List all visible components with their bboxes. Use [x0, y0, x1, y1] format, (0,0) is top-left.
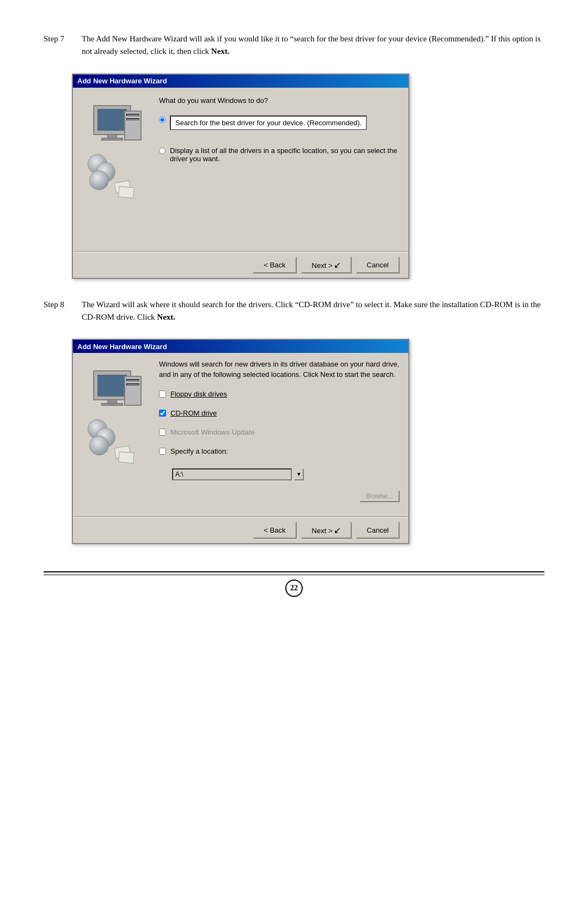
- step8-checkbox3-label: Microsoft Windows Update: [170, 428, 255, 436]
- step7-cancel-button[interactable]: Cancel: [356, 257, 400, 273]
- step7-bold: Next.: [211, 47, 230, 56]
- cd-slot: [126, 118, 139, 120]
- step8-cancel-button[interactable]: Cancel: [356, 522, 400, 539]
- computer-illustration-2: [85, 365, 145, 474]
- step7-dialog-image: [79, 94, 150, 245]
- step7-dialog: Add New Hardware Wizard: [72, 74, 409, 279]
- step7-radio1[interactable]: Search for the best driver for your devi…: [159, 115, 400, 130]
- step7-dialog-content: What do you want Windows to do? Search f…: [73, 88, 408, 251]
- monitor-screen: [97, 109, 127, 131]
- step8-bold: Next.: [157, 313, 175, 321]
- step8-back-button[interactable]: < Back: [253, 522, 296, 539]
- step8-search-desc: Windows will search for new drivers in i…: [159, 359, 400, 380]
- location-text-field[interactable]: [172, 468, 292, 480]
- step8-dialog-right: Windows will search for new drivers in i…: [150, 359, 400, 510]
- paper2: [118, 186, 134, 198]
- step8-checkbox2[interactable]: CD-ROM drive: [159, 409, 400, 417]
- step7-block: Step 7 The Add New Hardware Wizard will …: [44, 33, 544, 279]
- step7-next-label: Next >: [312, 261, 333, 270]
- cd-slot-2: [126, 383, 139, 386]
- step8-dialog: Add New Hardware Wizard: [72, 339, 409, 544]
- tower-2: [124, 376, 142, 406]
- step7-radio2-input[interactable]: [159, 148, 166, 154]
- browse-row: Browse...: [159, 490, 400, 502]
- step7-back-button[interactable]: < Back: [253, 257, 296, 273]
- step7-text: Step 7 The Add New Hardware Wizard will …: [44, 33, 544, 58]
- computer-illustration: [85, 100, 145, 209]
- step7-question: What do you want Windows to do?: [159, 96, 400, 105]
- step7-radio1-input[interactable]: [159, 117, 166, 123]
- step8-next-label: Next >: [312, 527, 333, 535]
- step7-radio2-label: Display a list of all the drivers in a s…: [170, 147, 400, 163]
- disc3: [89, 170, 109, 190]
- disc3-2: [89, 436, 109, 455]
- step8-dialog-image: [79, 359, 150, 510]
- browse-button[interactable]: Browse...: [359, 490, 400, 502]
- page-number: 22: [290, 584, 298, 593]
- step8-checkbox1-input[interactable]: [159, 391, 166, 398]
- step8-dialog-titlebar: Add New Hardware Wizard: [73, 340, 408, 353]
- step8-label: Step 8: [44, 298, 72, 324]
- step8-next-button[interactable]: Next >↙: [301, 522, 352, 539]
- step8-text: Step 8 The Wizard will ask where it shou…: [44, 298, 544, 324]
- step8-checkbox3-input[interactable]: [159, 429, 166, 436]
- step7-dialog-titlebar: Add New Hardware Wizard: [73, 75, 408, 88]
- page-number-badge: 22: [285, 579, 303, 597]
- cursor-icon: ↙: [334, 260, 341, 270]
- step7-buttons: < Back Next >↙ Cancel: [73, 252, 408, 278]
- cursor-icon-2: ↙: [334, 525, 341, 535]
- paper2-2: [118, 452, 134, 463]
- footer-rule2: [44, 575, 544, 575]
- discs-area: [85, 154, 139, 198]
- step8-checkbox4-label: Specify a location:: [170, 447, 228, 455]
- step8-buttons: < Back Next >↙ Cancel: [73, 517, 408, 543]
- discs-area-2: [85, 419, 139, 463]
- step8-description: The Wizard will ask where it should sear…: [82, 300, 541, 321]
- footer-rule1: [44, 571, 544, 572]
- step8-dialog-title: Add New Hardware Wizard: [77, 343, 167, 351]
- step7-label: Step 7: [44, 33, 72, 58]
- step8-block: Step 8 The Wizard will ask where it shou…: [44, 298, 544, 545]
- tower: [124, 111, 142, 141]
- step8-checkbox2-label: CD-ROM drive: [170, 409, 217, 417]
- step7-radio2[interactable]: Display a list of all the drivers in a s…: [159, 147, 400, 163]
- step8-checkbox4-input[interactable]: [159, 448, 166, 455]
- step7-dialog-right: What do you want Windows to do? Search f…: [150, 94, 400, 245]
- location-input-row: ▼: [172, 468, 400, 480]
- floppy-slot-2: [126, 379, 139, 381]
- step7-description: The Add New Hardware Wizard will ask if …: [82, 34, 541, 56]
- step7-radio1-label: Search for the best driver for your devi…: [170, 115, 367, 130]
- page-footer: 22: [44, 566, 544, 597]
- step8-checkbox3[interactable]: Microsoft Windows Update: [159, 428, 400, 436]
- step8-body: The Wizard will ask where it should sear…: [82, 298, 544, 324]
- monitor-screen-2: [97, 375, 127, 396]
- monitor-base-2: [101, 403, 123, 406]
- monitor-base: [101, 138, 123, 141]
- step7-dialog-title: Add New Hardware Wizard: [77, 77, 167, 85]
- step8-checkbox1[interactable]: Floppy disk drives: [159, 390, 400, 398]
- floppy-slot: [126, 114, 139, 116]
- step8-checkbox4[interactable]: Specify a location:: [159, 447, 400, 455]
- location-dropdown[interactable]: ▼: [294, 468, 304, 480]
- step8-checkbox2-input[interactable]: [159, 410, 166, 417]
- step7-next-button[interactable]: Next >↙: [301, 257, 352, 273]
- step8-checkbox1-label: Floppy disk drives: [170, 390, 227, 398]
- step7-body: The Add New Hardware Wizard will ask if …: [82, 33, 544, 58]
- step8-dialog-content: Windows will search for new drivers in i…: [73, 353, 408, 516]
